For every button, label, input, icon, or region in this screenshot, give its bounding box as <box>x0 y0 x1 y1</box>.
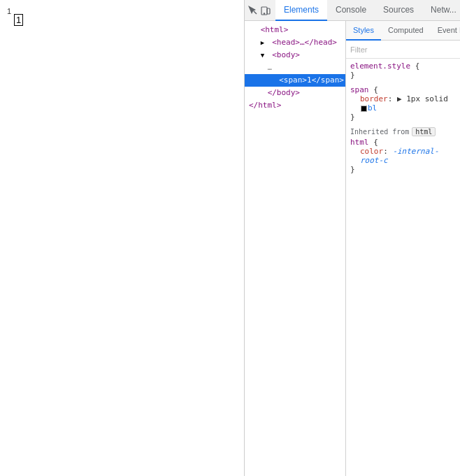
devtools-body: <html> ▶ <head>…</head> ▼ <body> … <span… <box>245 21 460 476</box>
property-color: color: -internal-root-c <box>350 147 456 165</box>
svg-point-2 <box>264 13 264 13</box>
inherited-label: Inherited from html <box>350 127 456 136</box>
tree-item-body[interactable]: ▼ <body> <box>245 49 345 62</box>
triangle-head: ▶ <box>261 37 268 48</box>
filter-bar <box>346 41 460 59</box>
rule-element-style: element.style { } <box>350 62 456 80</box>
tab-computed[interactable]: Computed <box>381 21 431 41</box>
tab-styles[interactable]: Styles <box>346 21 381 41</box>
inherited-tag-html: html <box>412 127 436 136</box>
rule-span: span { border: ▶ 1px solid bl } <box>350 85 456 122</box>
page-number: 1 <box>7 7 11 15</box>
inspect-icon[interactable] <box>247 2 259 19</box>
tree-item-body-close[interactable]: </body> <box>245 87 345 99</box>
triangle-body: ▼ <box>261 50 268 61</box>
property-border: border: ▶ 1px solid bl <box>350 94 456 113</box>
tree-item-dots[interactable]: … <box>245 62 345 74</box>
color-swatch-border[interactable] <box>361 106 367 112</box>
span-preview: 1 <box>14 14 23 26</box>
selector-span: span <box>350 85 369 94</box>
styles-tabs: Styles Computed Event L... <box>346 21 460 41</box>
device-icon[interactable] <box>260 2 271 19</box>
webpage-panel: 1 1 <box>0 0 245 476</box>
devtools-panel: Elements Console Sources Netw... <html> … <box>245 0 460 476</box>
styles-panel: Styles Computed Event L... element.style… <box>346 21 460 476</box>
tree-item-html[interactable]: <html> <box>245 24 345 36</box>
tab-network[interactable]: Netw... <box>422 0 460 21</box>
selector-html: html <box>350 138 369 147</box>
elements-panel: <html> ▶ <head>…</head> ▼ <body> … <span… <box>245 21 346 476</box>
tab-event-listeners[interactable]: Event L... <box>431 21 460 41</box>
tab-console[interactable]: Console <box>327 0 375 21</box>
tree-item-html-close[interactable]: </html> <box>245 99 345 112</box>
css-rules: element.style { } span { border: ▶ 1px s… <box>346 59 460 476</box>
selector-element-style: element.style <box>350 62 410 71</box>
svg-rect-1 <box>267 8 270 14</box>
tree-item-span[interactable]: <span>1</span> <box>245 74 345 87</box>
tab-elements[interactable]: Elements <box>275 0 327 21</box>
tree-item-head[interactable]: ▶ <head>…</head> <box>245 36 345 49</box>
tab-sources[interactable]: Sources <box>375 0 422 21</box>
filter-input[interactable] <box>350 45 456 54</box>
rule-html-inherited: html { color: -internal-root-c } <box>350 138 456 174</box>
devtools-toolbar: Elements Console Sources Netw... <box>245 0 460 21</box>
